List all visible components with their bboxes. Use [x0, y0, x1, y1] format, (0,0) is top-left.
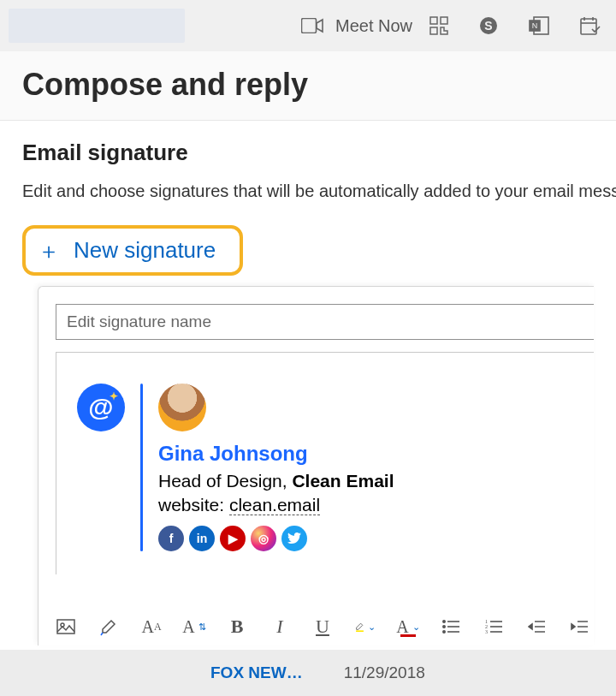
format-painter-button[interactable]	[98, 616, 119, 637]
font-family-button[interactable]: AA	[141, 616, 162, 637]
twitter-icon[interactable]	[281, 526, 307, 551]
message-sender: FOX NEW…	[210, 663, 303, 682]
svg-rect-10	[57, 620, 74, 634]
font-size-button[interactable]: A⇅	[184, 616, 204, 637]
signature-content-editor[interactable]: @✦ Gina Johnsong Head of Design, Clean E…	[56, 352, 594, 574]
svg-rect-0	[301, 19, 316, 33]
settings-body: Email signature Edit and choose signatur…	[0, 121, 616, 669]
section-title: Email signature	[22, 140, 594, 166]
chevron-down-icon: ⌄	[368, 622, 376, 633]
website-label: website:	[158, 495, 224, 515]
highlight-color-button[interactable]: ⌄	[355, 616, 376, 637]
sparkle-icon: ✦	[110, 390, 118, 402]
bold-button[interactable]: B	[227, 616, 247, 637]
message-date: 11/29/2018	[344, 663, 425, 682]
svg-rect-2	[441, 17, 447, 24]
svg-rect-1	[430, 17, 437, 24]
instagram-icon[interactable]: ◎	[251, 526, 276, 551]
insert-image-button[interactable]	[56, 616, 76, 637]
indent-button[interactable]	[569, 616, 589, 637]
svg-point-16	[443, 631, 445, 633]
new-signature-label: New signature	[74, 237, 216, 264]
signature-preview: @✦ Gina Johnsong Head of Design, Clean E…	[77, 384, 573, 551]
signature-role: Head of Design,	[158, 471, 287, 491]
vertical-divider	[140, 384, 143, 551]
top-icon-group: S N	[429, 16, 607, 35]
signature-website-line: website: clean.email	[158, 495, 394, 515]
meet-now-label: Meet Now	[335, 16, 412, 36]
format-toolbar: AA A⇅ B I U ⌄ A ⌄ 123	[56, 616, 589, 637]
skype-icon[interactable]: S	[479, 16, 498, 35]
page-title: Compose and reply	[22, 67, 594, 103]
brand-at-icon: @✦	[77, 384, 125, 431]
signature-company: Clean Email	[292, 471, 394, 491]
signature-editor-panel: @✦ Gina Johnsong Head of Design, Clean E…	[38, 286, 594, 645]
onenote-icon[interactable]: N	[529, 16, 549, 35]
italic-button[interactable]: I	[270, 616, 290, 637]
chevron-up-down-icon: ⇅	[198, 622, 206, 633]
svg-rect-3	[430, 27, 437, 34]
signature-role-line: Head of Design, Clean Email	[158, 471, 394, 491]
app-top-bar: Meet Now S N	[0, 0, 616, 51]
section-description: Edit and choose signatures that will be …	[22, 181, 594, 201]
website-link[interactable]: clean.email	[229, 495, 320, 515]
social-icons-row: f in ▶ ◎	[158, 526, 394, 551]
svg-text:N: N	[532, 21, 538, 30]
numbered-list-button[interactable]: 123	[483, 616, 504, 637]
qr-icon[interactable]	[429, 16, 448, 35]
svg-rect-12	[356, 630, 364, 632]
signature-person-name: Gina Johnsong	[158, 442, 394, 466]
svg-rect-13	[400, 634, 416, 637]
underline-button[interactable]: U	[312, 616, 333, 637]
page-header: Compose and reply	[0, 51, 616, 121]
font-color-button[interactable]: A ⌄	[398, 616, 418, 637]
outdent-button[interactable]	[526, 616, 547, 637]
avatar	[158, 384, 206, 431]
signature-name-input[interactable]	[56, 304, 594, 340]
new-signature-button[interactable]: ＋ New signature	[22, 225, 243, 276]
calendar-check-icon[interactable]	[580, 16, 601, 35]
search-input[interactable]	[9, 9, 185, 43]
bulleted-list-button[interactable]	[441, 616, 461, 637]
chevron-down-icon: ⌄	[412, 622, 420, 633]
video-icon	[301, 18, 323, 33]
svg-text:S: S	[484, 19, 492, 33]
linkedin-icon[interactable]: in	[189, 526, 215, 551]
plus-icon: ＋	[38, 240, 60, 262]
svg-point-15	[443, 626, 445, 628]
meet-now-button[interactable]: Meet Now	[301, 16, 412, 36]
youtube-icon[interactable]: ▶	[220, 526, 246, 551]
svg-text:3: 3	[485, 629, 488, 634]
facebook-icon[interactable]: f	[158, 526, 184, 551]
message-list-peek-row[interactable]: FOX NEW… 11/29/2018	[0, 650, 616, 696]
svg-point-14	[443, 621, 445, 622]
